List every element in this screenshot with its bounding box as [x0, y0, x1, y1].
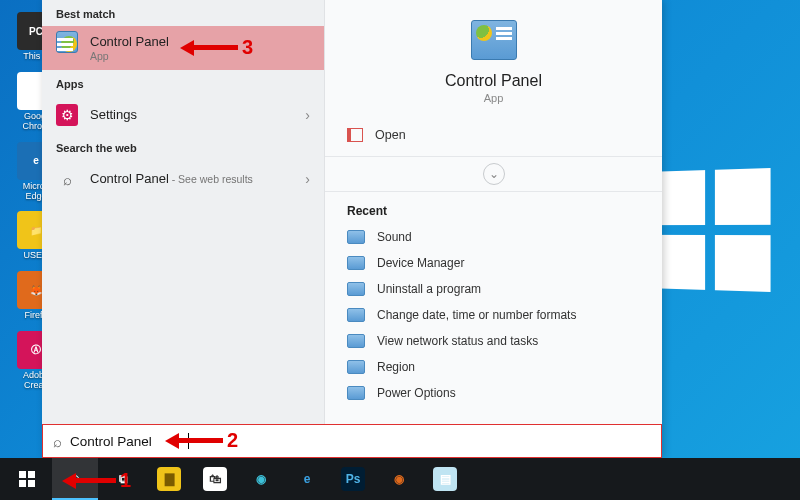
chevron-down-icon: ⌄: [483, 163, 505, 185]
search-icon: ⌕: [53, 433, 62, 450]
desktop-wallpaper: PCThis P●GooglChromeMicrosEdge📁USER🦊Fire…: [0, 0, 800, 500]
annotation-2: 2: [165, 429, 242, 452]
recent-item[interactable]: View network status and tasks: [325, 328, 662, 354]
control-panel-item-icon: [347, 230, 365, 244]
taskbar-app-edge[interactable]: ◉: [238, 458, 284, 500]
control-panel-icon: [56, 37, 78, 59]
recent-item[interactable]: Change date, time or number formats: [325, 302, 662, 328]
search-box[interactable]: ⌕: [42, 424, 662, 458]
control-panel-item-icon: [347, 282, 365, 296]
search-input[interactable]: [70, 434, 180, 449]
taskbar-app-ie[interactable]: e: [284, 458, 330, 500]
open-icon: [347, 128, 363, 142]
section-apps: Apps: [42, 70, 324, 96]
settings-icon: ⚙: [56, 104, 78, 126]
control-panel-icon: [471, 20, 517, 60]
annotation-1: 1: [62, 469, 135, 492]
taskbar-app-ms-store[interactable]: 🛍: [192, 458, 238, 500]
recent-item[interactable]: Sound: [325, 224, 662, 250]
search-detail-column: Control Panel App Open ⌄ Recent SoundDev…: [324, 0, 662, 458]
search-icon: ⌕: [56, 168, 78, 190]
control-panel-item-icon: [347, 360, 365, 374]
start-button[interactable]: [4, 458, 50, 500]
search-results-column: Best match Control Panel App Apps ⚙ Sett…: [42, 0, 324, 458]
result-hint: - See web results: [169, 173, 253, 185]
result-title: Settings: [90, 107, 293, 123]
recent-item[interactable]: Device Manager: [325, 250, 662, 276]
result-settings[interactable]: ⚙ Settings ›: [42, 96, 324, 134]
detail-title: Control Panel: [325, 72, 662, 90]
recent-header: Recent: [325, 192, 662, 224]
chevron-right-icon: ›: [305, 107, 310, 123]
detail-subtitle: App: [325, 92, 662, 104]
taskbar-app-file-explorer[interactable]: ▇: [146, 458, 192, 500]
result-title: Control Panel: [90, 171, 169, 186]
open-label: Open: [375, 128, 406, 142]
result-web-control-panel[interactable]: ⌕ Control Panel - See web results ›: [42, 160, 324, 198]
recent-item[interactable]: Region: [325, 354, 662, 380]
search-flyout: Best match Control Panel App Apps ⚙ Sett…: [42, 0, 662, 458]
recent-item[interactable]: Power Options: [325, 380, 662, 406]
taskbar-app-firefox[interactable]: ◉: [376, 458, 422, 500]
section-web: Search the web: [42, 134, 324, 160]
control-panel-item-icon: [347, 386, 365, 400]
chevron-right-icon: ›: [305, 171, 310, 187]
open-button[interactable]: Open: [325, 114, 662, 157]
control-panel-item-icon: [347, 256, 365, 270]
control-panel-item-icon: [347, 308, 365, 322]
recent-item[interactable]: Uninstall a program: [325, 276, 662, 302]
recent-list: SoundDevice ManagerUninstall a programCh…: [325, 224, 662, 406]
annotation-3: 3: [180, 36, 257, 59]
detail-header: Control Panel App: [325, 0, 662, 114]
section-best-match: Best match: [42, 0, 324, 26]
taskbar-app-photoshop[interactable]: Ps: [330, 458, 376, 500]
expand-button[interactable]: ⌄: [325, 157, 662, 192]
control-panel-item-icon: [347, 334, 365, 348]
taskbar-app-notepad[interactable]: ▤: [422, 458, 468, 500]
windows-logo-wallpaper: [653, 168, 770, 292]
